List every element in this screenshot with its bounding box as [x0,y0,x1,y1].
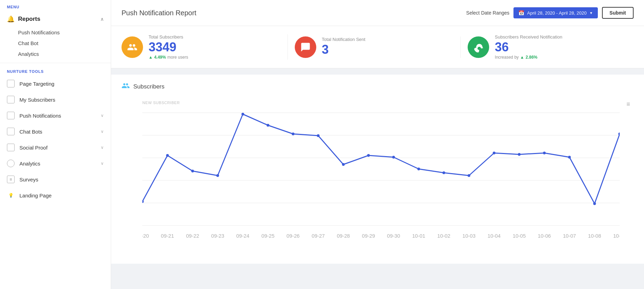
select-date-label: Select Date Ranges [466,10,510,16]
svg-text:09-22: 09-22 [186,233,199,239]
chart-title: Subscribers [133,83,165,90]
chevron-down-icon: ▼ [589,11,593,15]
sidebar-item-landing-page[interactable]: 💡 Landing Page [0,187,111,203]
svg-text:09-26: 09-26 [286,233,300,239]
sidebar-item-chat-bot[interactable]: Chat Bot [18,38,111,49]
push-notifications-nurture-icon [7,112,15,119]
page-targeting-icon [7,80,15,87]
subscribers-received-sub: Increased by ▲ 2.86% [495,55,562,60]
submit-button[interactable]: Submit [602,7,634,19]
bell-icon: 🔔 [7,15,15,23]
svg-point-17 [267,124,269,127]
svg-point-31 [618,133,620,135]
svg-text:10-03: 10-03 [462,233,476,239]
sidebar-item-surveys[interactable]: ≡ Surveys [0,171,111,187]
svg-point-24 [442,171,445,174]
svg-point-12 [142,200,144,203]
svg-text:09-30: 09-30 [387,233,400,239]
sidebar-item-my-subscribers[interactable]: My Subscribers [0,92,111,108]
svg-text:10-02: 10-02 [437,233,451,239]
chart-section: Subscribers NEW SUBSCRIBER ≡ 0 10 19 29 … [111,75,644,264]
total-subscribers-icon [122,36,143,58]
stat-total-notification-sent: Total Notification Sent 3 [288,36,461,58]
subscribers-chart: 0 10 19 29 38 48 [142,101,620,239]
sidebar-item-social-proof[interactable]: Social Proof ∨ [0,139,111,155]
header-right: Select Date Ranges 📅 April 28, 2020 - Ap… [466,7,634,19]
reports-section[interactable]: 🔔 Reports ∧ [0,11,111,27]
svg-point-26 [493,152,495,154]
svg-text:10-06: 10-06 [538,233,551,239]
svg-point-16 [242,113,244,116]
date-picker-button[interactable]: 📅 April 28, 2020 - April 28, 2020 ▼ [513,7,597,18]
sidebar-item-push-notifications-nurture[interactable]: Push Notifications ∨ [0,108,111,124]
svg-point-14 [191,170,194,172]
stat-total-subscribers: Total Subscribers 3349 ▲ 4.49% more user… [122,34,288,60]
svg-point-25 [468,174,470,177]
svg-text:10-05: 10-05 [513,233,526,239]
total-notification-label: Total Notification Sent [322,37,366,42]
landing-page-icon: 💡 [7,192,15,199]
svg-text:10-04: 10-04 [487,233,501,239]
analytics-chevron: ∨ [101,161,104,166]
up-arrow-icon: ▲ [149,55,153,60]
social-proof-icon [7,144,15,151]
surveys-icon: ≡ [7,176,15,183]
page-header: Push Notification Report Select Date Ran… [111,0,644,26]
svg-text:09-23: 09-23 [211,233,224,239]
subscribers-received-pct: 2.86% [526,55,537,60]
chat-bots-chevron: ∨ [101,129,104,134]
svg-text:09-25: 09-25 [261,233,275,239]
calendar-icon: 📅 [518,10,524,16]
chart-menu-icon[interactable]: ≡ [626,101,630,108]
total-subscribers-sub: ▲ 4.49% more users [149,55,188,60]
social-proof-chevron: ∨ [101,145,104,150]
reports-chevron: ∧ [100,16,104,22]
svg-point-28 [543,152,546,154]
subscribers-received-info: Subscribers Received Notification 36 Inc… [495,34,562,60]
push-notifications-chevron: ∨ [101,113,104,118]
sidebar-divider [0,63,111,63]
svg-text:10-08: 10-08 [588,233,601,239]
total-subscribers-value: 3349 [149,41,188,53]
sidebar-item-push-notifications[interactable]: Push Notifications [18,27,111,38]
svg-point-27 [518,153,521,156]
chart-y-label: NEW SUBSCRIBER [142,101,180,105]
svg-point-20 [342,163,345,166]
svg-point-21 [367,154,370,157]
sidebar-item-chat-bots[interactable]: Chat Bots ∨ [0,124,111,139]
svg-text:09-29: 09-29 [362,233,375,239]
my-subscribers-icon [7,96,15,103]
svg-text:10-07: 10-07 [563,233,576,239]
total-notification-value: 3 [322,43,366,56]
main-content: Push Notification Report Select Date Ran… [111,0,644,289]
svg-text:10-09: 10-09 [613,233,620,239]
total-notification-info: Total Notification Sent 3 [322,37,366,57]
svg-point-23 [417,168,420,170]
subscribers-received-icon [468,36,489,58]
total-subscribers-info: Total Subscribers 3349 ▲ 4.49% more user… [149,34,188,60]
svg-point-19 [317,134,320,137]
total-subscribers-pct: 4.49% [154,55,166,60]
svg-point-15 [216,174,219,177]
total-notification-icon [295,36,316,58]
svg-text:09-21: 09-21 [161,233,174,239]
svg-point-30 [593,202,596,205]
svg-text:09-27: 09-27 [312,233,325,239]
nurture-label: NURTURE TOOLS [0,65,111,76]
subscribers-received-value: 36 [495,41,562,53]
reports-title: 🔔 Reports [7,15,40,23]
svg-text:09-28: 09-28 [337,233,350,239]
sidebar: MENU 🔔 Reports ∧ Push Notifications Chat… [0,0,111,289]
svg-text:10-01: 10-01 [412,233,425,239]
chart-container: NEW SUBSCRIBER ≡ 0 10 19 29 38 48 [122,97,634,257]
svg-point-22 [392,156,395,159]
date-range-text: April 28, 2020 - April 28, 2020 [527,10,586,16]
total-subscribers-label: Total Subscribers [149,34,188,40]
stats-row: Total Subscribers 3349 ▲ 4.49% more user… [111,26,644,68]
sidebar-item-page-targeting[interactable]: Page Targeting [0,76,111,92]
sidebar-item-analytics-nurture[interactable]: Analytics ∨ [0,155,111,171]
subscribers-chart-icon [122,82,130,92]
sidebar-item-analytics[interactable]: Analytics [18,49,111,59]
chat-bots-icon [7,128,15,135]
svg-point-29 [568,156,571,159]
